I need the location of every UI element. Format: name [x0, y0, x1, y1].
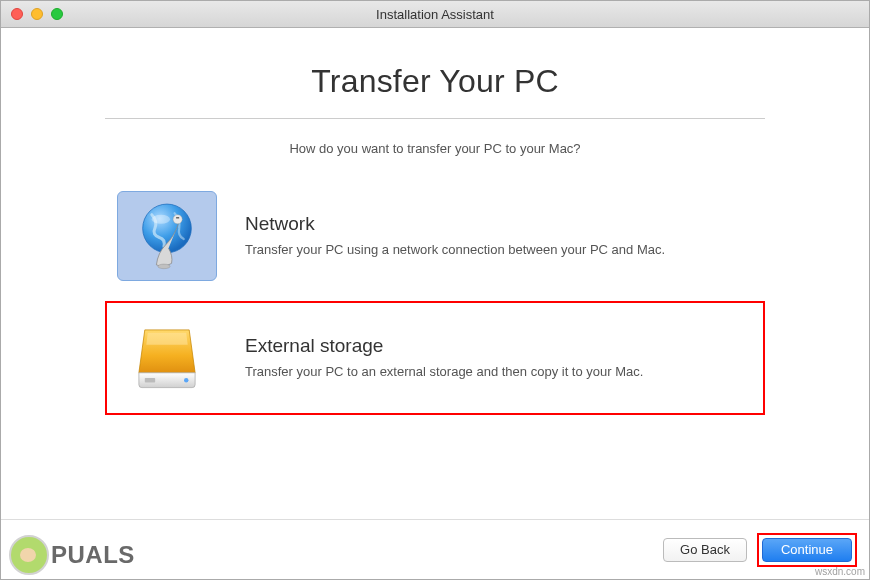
- continue-highlight: Continue: [757, 533, 857, 567]
- option-external-text: External storage Transfer your PC to an …: [245, 335, 753, 381]
- external-drive-icon-box: [117, 313, 217, 403]
- divider: [105, 118, 765, 119]
- footer-buttons: Go Back Continue: [663, 533, 857, 567]
- option-external-description: Transfer your PC to an external storage …: [245, 363, 753, 381]
- go-back-button[interactable]: Go Back: [663, 538, 747, 562]
- svg-point-1: [152, 215, 170, 224]
- installer-window: Installation Assistant Transfer Your PC …: [0, 0, 870, 580]
- option-network-description: Transfer your PC using a network connect…: [245, 241, 753, 259]
- svg-point-4: [158, 264, 170, 269]
- close-icon[interactable]: [11, 8, 23, 20]
- titlebar: Installation Assistant: [1, 1, 869, 28]
- external-drive-icon: [130, 319, 204, 397]
- watermark-badge-icon: [9, 535, 49, 575]
- option-network-title: Network: [245, 213, 753, 235]
- window-title: Installation Assistant: [376, 7, 494, 22]
- continue-button[interactable]: Continue: [762, 538, 852, 562]
- svg-point-2: [173, 215, 182, 224]
- window-controls: [11, 8, 63, 20]
- option-external-title: External storage: [245, 335, 753, 357]
- footer: PUALS Go Back Continue: [1, 519, 869, 579]
- option-network-text: Network Transfer your PC using a network…: [245, 213, 753, 259]
- page-subtitle: How do you want to transfer your PC to y…: [289, 141, 580, 156]
- svg-point-5: [184, 378, 188, 382]
- globe-network-icon: [129, 198, 205, 274]
- page-title: Transfer Your PC: [311, 63, 558, 100]
- minimize-icon[interactable]: [31, 8, 43, 20]
- options-list: Network Transfer your PC using a network…: [105, 181, 765, 415]
- watermark-brand-text: PUALS: [51, 541, 135, 569]
- maximize-icon[interactable]: [51, 8, 63, 20]
- option-external-storage[interactable]: External storage Transfer your PC to an …: [105, 301, 765, 415]
- svg-rect-3: [176, 217, 179, 219]
- watermark-site-text: wsxdn.com: [815, 566, 865, 577]
- watermark-logo: PUALS: [9, 535, 135, 575]
- network-icon-box: [117, 191, 217, 281]
- svg-rect-6: [145, 378, 155, 382]
- content-area: Transfer Your PC How do you want to tran…: [1, 28, 869, 519]
- option-network[interactable]: Network Transfer your PC using a network…: [105, 181, 765, 291]
